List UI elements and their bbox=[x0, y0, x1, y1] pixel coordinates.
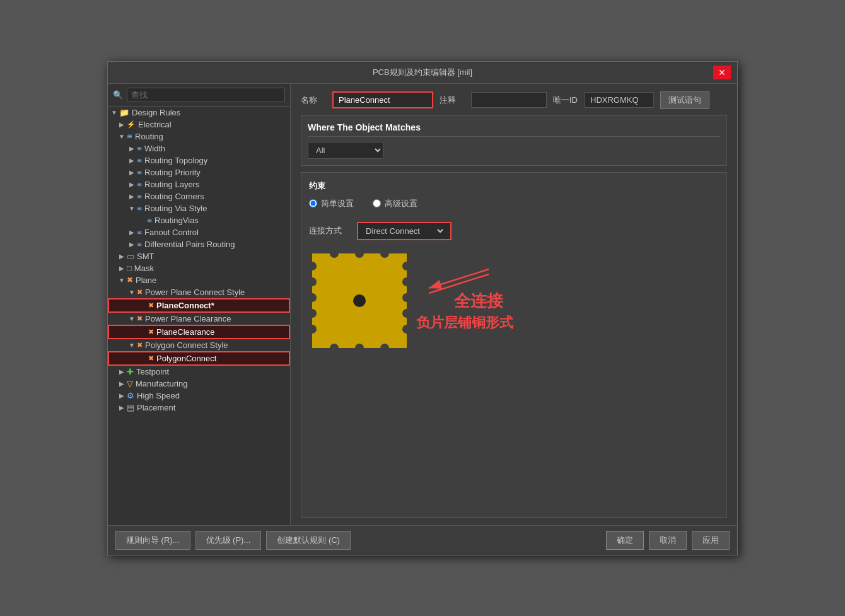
radio-advanced-text: 高级设置 bbox=[385, 198, 417, 209]
main-window: PCB规则及约束编辑器 [mil] ✕ 🔍 ▼ 📁 Design Rules bbox=[107, 61, 738, 555]
tree-item-power-plane-connect[interactable]: ▼ ✖ Power Plane Connect Style bbox=[108, 286, 290, 298]
rtopo-icon: ≋ bbox=[137, 157, 142, 164]
tree-label: Routing Layers bbox=[144, 180, 199, 189]
tree-item-high-speed[interactable]: ▶ ⚙ High Speed bbox=[108, 390, 290, 402]
fanout-icon: ≋ bbox=[137, 229, 142, 236]
radio-advanced[interactable] bbox=[373, 199, 381, 207]
tree-item-routing-topology[interactable]: ▶ ≋ Routing Topology bbox=[108, 154, 290, 166]
tree-item-plane[interactable]: ▼ ✖ Plane bbox=[108, 274, 290, 286]
tree-item-power-plane-clearance[interactable]: ▼ ✖ Power Plane Clearance bbox=[108, 313, 290, 325]
electrical-icon: ⚡ bbox=[127, 120, 136, 129]
priority-button[interactable]: 优先级 (P)... bbox=[195, 531, 262, 550]
fupian-label-area: 负片层铺铜形式 bbox=[416, 313, 513, 332]
uid-label: 唯一ID bbox=[553, 95, 578, 106]
radio-simple-label[interactable]: 简单设置 bbox=[309, 198, 354, 209]
tree-label: Routing Corners bbox=[144, 192, 204, 201]
name-label: 名称 bbox=[301, 95, 326, 106]
radio-row: 简单设置 高级设置 bbox=[309, 198, 719, 209]
connect-dropdown-wrapper[interactable]: Direct Connect Relief Connect No Connect bbox=[357, 222, 452, 240]
tree-item-routing-priority[interactable]: ▶ ≋ Routing Priority bbox=[108, 166, 290, 178]
tree-label: Manufacturing bbox=[136, 379, 187, 388]
tree-item-electrical[interactable]: ▶ ⚡ Electrical bbox=[108, 119, 290, 131]
test-button[interactable]: 测试语句 bbox=[660, 91, 709, 109]
close-button[interactable]: ✕ bbox=[713, 66, 731, 79]
search-input[interactable] bbox=[127, 88, 285, 102]
expand-icon: ▼ bbox=[110, 108, 118, 116]
ok-button[interactable]: 确定 bbox=[606, 531, 644, 550]
comment-label: 注释 bbox=[440, 95, 465, 106]
constraint-section: 约束 简单设置 高级设置 连接方式 bbox=[301, 172, 727, 518]
create-default-button[interactable]: 创建默认规则 (C) bbox=[266, 531, 351, 550]
connect-label: 连接方式 bbox=[309, 225, 347, 236]
expand-icon: ▶ bbox=[118, 380, 125, 387]
routing-icon: ≋ bbox=[127, 132, 132, 141]
tree-item-polygon-connect[interactable]: ▶ ✖ PolygonConnect bbox=[108, 351, 290, 366]
expand-icon: ▶ bbox=[128, 192, 136, 200]
expand-icon: ▼ bbox=[128, 288, 136, 296]
tree-item-fanout[interactable]: ▶ ≋ Fanout Control bbox=[108, 226, 290, 238]
expand-icon: ▶ bbox=[128, 144, 136, 152]
name-input[interactable] bbox=[332, 91, 433, 108]
tree-label: Polygon Connect Style bbox=[145, 340, 228, 350]
tree-item-plane-connect[interactable]: ▶ ✖ PlaneConnect* bbox=[108, 298, 290, 313]
pad-visualization bbox=[309, 250, 410, 351]
expand-icon: ▶ bbox=[118, 368, 125, 375]
quanlian-label: 全连接 bbox=[454, 290, 503, 312]
tree-item-testpoint[interactable]: ▶ ✚ Testpoint bbox=[108, 366, 290, 378]
expand-icon: ▼ bbox=[128, 341, 136, 349]
ppc-icon: ✖ bbox=[137, 315, 143, 323]
annotation-area: 全连接 bbox=[416, 257, 503, 312]
tree-label: Routing Topology bbox=[144, 156, 207, 165]
tree-item-placement[interactable]: ▶ ▤ Placement bbox=[108, 402, 290, 414]
tree-label: Routing Priority bbox=[144, 168, 201, 177]
expand-icon: ▶ bbox=[118, 404, 125, 411]
tree-label: Power Plane Clearance bbox=[145, 314, 231, 323]
tree-item-mask[interactable]: ▶ □ Mask bbox=[108, 262, 290, 274]
bottom-left-buttons: 规则向导 (R)... 优先级 (P)... 创建默认规则 (C) bbox=[115, 531, 351, 550]
tree-label: Routing bbox=[135, 132, 163, 141]
connect-select[interactable]: Direct Connect Relief Connect No Connect bbox=[363, 226, 445, 236]
mask-icon: □ bbox=[127, 264, 132, 273]
rule-wizard-button[interactable]: 规则向导 (R)... bbox=[115, 531, 190, 550]
search-bar: 🔍 bbox=[108, 84, 290, 107]
tree-item-diff-pairs[interactable]: ▶ ≋ Differential Pairs Routing bbox=[108, 238, 290, 250]
rvia-icon: ≋ bbox=[137, 205, 142, 212]
tree-label: High Speed bbox=[137, 391, 180, 400]
apply-button[interactable]: 应用 bbox=[692, 531, 730, 550]
plane-icon: ✖ bbox=[127, 276, 133, 284]
cancel-button[interactable]: 取消 bbox=[649, 531, 687, 550]
tree-item-routing-vias[interactable]: ▶ ≋ RoutingVias bbox=[108, 214, 290, 226]
expand-icon: ▶ bbox=[118, 392, 125, 399]
tree-item-smt[interactable]: ▶ ▭ SMT bbox=[108, 250, 290, 262]
expand-icon: ▼ bbox=[128, 315, 136, 322]
right-panel: 名称 注释 唯一ID 测试语句 Where The Object Matches… bbox=[291, 84, 737, 525]
arrow-svg bbox=[416, 257, 492, 294]
pclr-icon: ✖ bbox=[148, 328, 154, 336]
radio-advanced-label[interactable]: 高级设置 bbox=[373, 198, 417, 209]
comment-input[interactable] bbox=[471, 92, 547, 108]
tree-item-routing[interactable]: ▼ ≋ Routing bbox=[108, 131, 290, 142]
expand-icon: ▼ bbox=[128, 204, 136, 212]
tree-item-routing-via-style[interactable]: ▼ ≋ Routing Via Style bbox=[108, 202, 290, 214]
tree-label: Placement bbox=[137, 403, 175, 412]
uid-input[interactable] bbox=[585, 92, 654, 108]
where-dropdown[interactable]: All bbox=[308, 142, 383, 159]
tree-item-width[interactable]: ▶ ≋ Width bbox=[108, 142, 290, 154]
tree-label: SMT bbox=[137, 252, 154, 261]
pgcs-icon: ✖ bbox=[137, 341, 143, 349]
expand-icon: ▶ bbox=[118, 252, 125, 260]
radio-simple-text: 简单设置 bbox=[321, 198, 354, 209]
expand-icon: ▼ bbox=[118, 276, 125, 284]
where-title: Where The Object Matches bbox=[308, 122, 720, 137]
tree-item-routing-corners[interactable]: ▶ ≋ Routing Corners bbox=[108, 190, 290, 202]
tree-label: Width bbox=[144, 144, 165, 153]
tree-label: Mask bbox=[134, 264, 154, 273]
radio-simple[interactable] bbox=[309, 199, 317, 207]
tree-item-manufacturing[interactable]: ▶ ▽ Manufacturing bbox=[108, 378, 290, 390]
tree-item-design-rules[interactable]: ▼ 📁 Design Rules bbox=[108, 107, 290, 119]
tree-item-routing-layers[interactable]: ▶ ≋ Routing Layers bbox=[108, 178, 290, 190]
tree-item-plane-clearance[interactable]: ▶ ✖ PlaneClearance bbox=[108, 325, 290, 339]
tree-item-polygon-connect-style[interactable]: ▼ ✖ Polygon Connect Style bbox=[108, 339, 290, 351]
tree-label: Plane bbox=[136, 276, 156, 285]
rlayer-icon: ≋ bbox=[137, 181, 142, 188]
